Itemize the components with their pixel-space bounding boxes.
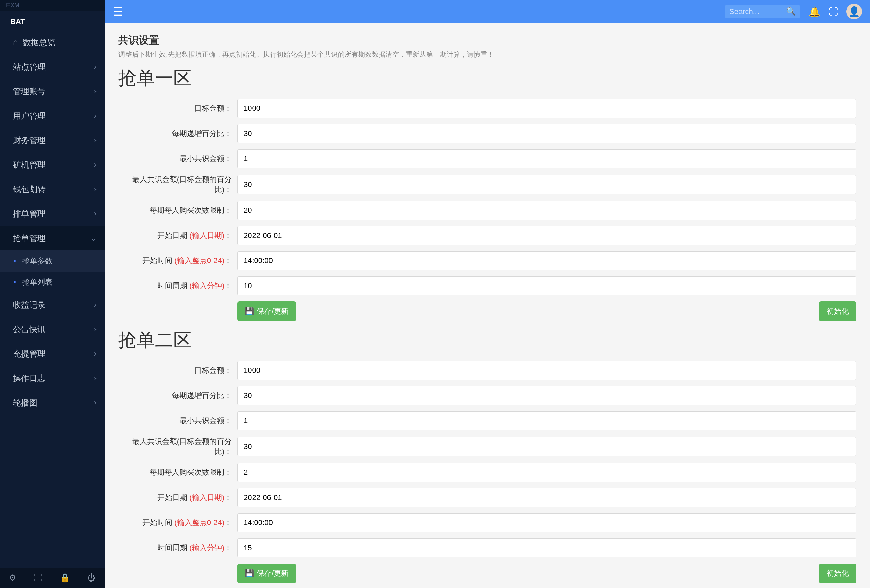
period-label: 时间周期 (输入分钟)： (118, 543, 237, 553)
sidebar-item-income[interactable]: 收益记录› (0, 293, 105, 317)
save-icon: 💾 (245, 569, 254, 578)
sidebar-item-admin[interactable]: 管理账号› (0, 79, 105, 104)
sidebar-item-notice[interactable]: 公告快讯› (0, 317, 105, 342)
lock-icon[interactable]: 🔒 (60, 573, 70, 582)
chevron-right-icon: › (94, 161, 97, 169)
target-input[interactable] (237, 99, 857, 118)
starttime-label: 开始时间 (输入整点0-24)： (118, 256, 237, 266)
search-input[interactable] (729, 7, 784, 16)
limit-input[interactable] (237, 201, 857, 220)
startdate-input[interactable] (237, 226, 857, 245)
startdate-label: 开始日期 (输入日期)： (118, 493, 237, 503)
period-input[interactable] (237, 276, 857, 295)
starttime-input[interactable] (237, 251, 857, 270)
starttime-input[interactable] (237, 513, 857, 532)
sidebar-item-queue[interactable]: 排单管理› (0, 201, 105, 226)
save-button[interactable]: 💾 保存/更新 (237, 564, 296, 583)
max-label: 最大共识金额(目标金额的百分比)： (118, 174, 237, 195)
avatar[interactable]: 👤 (846, 4, 862, 19)
target-input[interactable] (237, 361, 857, 380)
zone-title: 抢单二区 (118, 328, 857, 353)
target-label: 目标金额： (118, 365, 237, 375)
chevron-right-icon: › (94, 209, 97, 218)
incr-label: 每期递增百分比： (118, 128, 237, 139)
power-icon[interactable]: ⏻ (88, 573, 96, 582)
startdate-label: 开始日期 (输入日期)： (118, 231, 237, 241)
sidebar-footer: ⚙ ⛶ 🔒 ⏻ (0, 568, 105, 588)
bell-icon[interactable]: 🔔 (809, 6, 820, 17)
chevron-down-icon: ⌄ (90, 234, 97, 243)
min-input[interactable] (237, 411, 857, 430)
zone-title: 抢单一区 (118, 66, 857, 91)
limit-label: 每期每人购买次数限制： (118, 467, 237, 478)
chevron-right-icon: › (94, 374, 97, 383)
gear-icon[interactable]: ⚙ (9, 573, 16, 582)
limit-input[interactable] (237, 463, 857, 482)
chevron-right-icon: › (94, 112, 97, 120)
hamburger-icon[interactable]: ☰ (113, 5, 123, 18)
sidebar-item-label: 数据总览 (23, 37, 55, 48)
sidebar-item-grab[interactable]: 抢单管理⌄ (0, 226, 105, 250)
sidebar-item-finance[interactable]: 财务管理› (0, 128, 105, 153)
sidebar: EXM BAT ⌂ 数据总览 站点管理› 管理账号› 用户管理› 财务管理› 矿… (0, 0, 105, 588)
incr-label: 每期递增百分比： (118, 390, 237, 401)
chevron-right-icon: › (94, 87, 97, 96)
sidebar-subitem-list[interactable]: 抢单列表 (0, 272, 105, 293)
init-button[interactable]: 初始化 (819, 564, 857, 583)
page-title: 共识设置 (118, 33, 857, 47)
chevron-right-icon: › (94, 136, 97, 145)
sidebar-item-overview[interactable]: ⌂ 数据总览 (0, 30, 105, 55)
chevron-right-icon: › (94, 350, 97, 358)
save-button[interactable]: 💾 保存/更新 (237, 301, 296, 321)
min-input[interactable] (237, 149, 857, 168)
incr-input[interactable] (237, 386, 857, 405)
sidebar-subitem-params[interactable]: 抢单参数 (0, 250, 105, 272)
sidebar-item-carousel[interactable]: 轮播图› (0, 390, 105, 415)
sidebar-item-log[interactable]: 操作日志› (0, 366, 105, 390)
startdate-input[interactable] (237, 488, 857, 507)
sidebar-item-user[interactable]: 用户管理› (0, 104, 105, 128)
min-label: 最小共识金额： (118, 153, 237, 164)
topbar: ☰ 🔍 🔔 ⛶ 👤 (105, 0, 870, 23)
expand-icon[interactable]: ⛶ (34, 573, 42, 582)
max-input[interactable] (237, 437, 857, 456)
sidebar-item-wallet[interactable]: 钱包划转› (0, 177, 105, 201)
max-input[interactable] (237, 175, 857, 194)
sidebar-item-miner[interactable]: 矿机管理› (0, 153, 105, 177)
chevron-right-icon: › (94, 63, 97, 71)
fullscreen-icon[interactable]: ⛶ (828, 6, 838, 17)
save-icon: 💾 (245, 307, 254, 316)
init-button[interactable]: 初始化 (819, 301, 857, 321)
search-box[interactable]: 🔍 (724, 5, 800, 18)
chevron-right-icon: › (94, 325, 97, 334)
search-icon[interactable]: 🔍 (787, 7, 796, 16)
target-label: 目标金额： (118, 103, 237, 113)
sidebar-item-site[interactable]: 站点管理› (0, 55, 105, 79)
home-icon: ⌂ (13, 38, 18, 47)
brand: BAT (0, 11, 105, 30)
period-label: 时间周期 (输入分钟)： (118, 281, 237, 291)
sidebar-item-deposit[interactable]: 充提管理› (0, 342, 105, 366)
incr-input[interactable] (237, 124, 857, 143)
max-label: 最大共识金额(目标金额的百分比)： (118, 436, 237, 457)
period-input[interactable] (237, 538, 857, 557)
limit-label: 每期每人购买次数限制： (118, 205, 237, 216)
chevron-right-icon: › (94, 398, 97, 407)
chevron-right-icon: › (94, 185, 97, 194)
min-label: 最小共识金额： (118, 416, 237, 426)
starttime-label: 开始时间 (输入整点0-24)： (118, 518, 237, 528)
chevron-right-icon: › (94, 301, 97, 309)
app-tag: EXM (0, 0, 105, 11)
page-desc: 调整后下期生效,先把数据填正确，再点初始化。执行初始化会把某个共识的所有期数数据… (118, 50, 857, 59)
